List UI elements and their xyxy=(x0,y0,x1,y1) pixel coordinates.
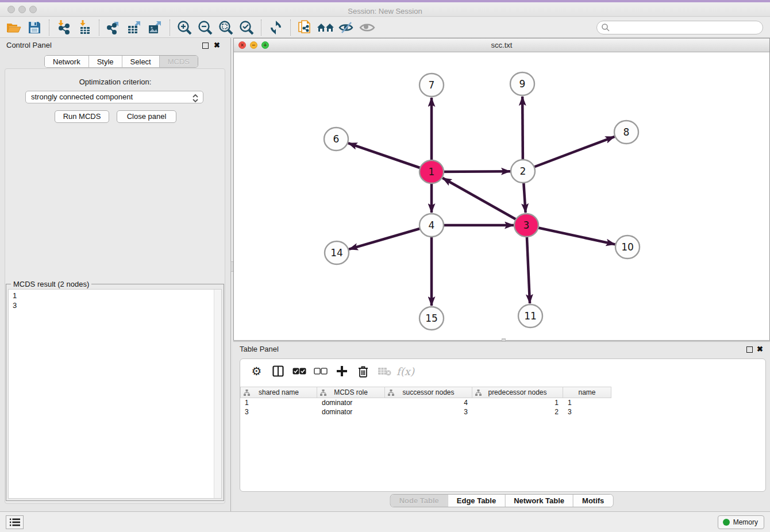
import-table-icon xyxy=(77,20,92,35)
zoom-in-button[interactable] xyxy=(174,18,195,37)
column-header[interactable]: MCDS role xyxy=(317,387,385,398)
control-panel-title: Control Panel xyxy=(6,41,52,49)
function-builder-button-disabled: f(x) xyxy=(395,363,416,380)
graph-node-1[interactable]: 1 xyxy=(419,160,444,183)
list-icon xyxy=(10,518,20,526)
column-header[interactable]: name xyxy=(563,387,611,398)
hide-selected-button[interactable] xyxy=(336,18,357,37)
select-all-button[interactable] xyxy=(288,363,310,380)
svg-text:4: 4 xyxy=(429,219,435,231)
mcds-result-title: MCDS result (2 nodes) xyxy=(11,280,91,288)
table-cell[interactable]: 3 xyxy=(563,407,611,417)
network-canvas[interactable]: 7968124314101511 xyxy=(234,53,769,340)
column-layout-button[interactable] xyxy=(267,363,288,380)
graph-node-6[interactable]: 6 xyxy=(324,128,348,151)
toolbar-separator xyxy=(99,20,99,36)
run-mcds-button[interactable]: Run MCDS xyxy=(55,110,109,123)
graph-node-3[interactable]: 3 xyxy=(514,214,538,237)
control-panel-header: Control Panel ✖ xyxy=(0,38,230,53)
show-hidden-button[interactable] xyxy=(357,18,378,37)
delete-column-button[interactable] xyxy=(352,363,374,380)
table-settings-button[interactable]: ⚙ xyxy=(246,363,267,380)
tab-select[interactable]: Select xyxy=(122,56,159,67)
close-panel-button[interactable]: Close panel xyxy=(117,110,176,123)
apply-layout-button[interactable] xyxy=(265,18,286,37)
network-window-titlebar[interactable]: × − + scc.txt xyxy=(234,38,769,52)
graph-node-2[interactable]: 2 xyxy=(511,160,535,183)
graph-node-11[interactable]: 11 xyxy=(518,304,542,327)
table-cell[interactable]: 1 xyxy=(563,398,611,407)
graph-edge-4-14[interactable] xyxy=(349,225,432,249)
eye-slash-icon xyxy=(338,21,355,34)
zoom-fit-button[interactable] xyxy=(215,18,236,37)
graph-node-9[interactable]: 9 xyxy=(510,72,534,95)
save-session-button[interactable] xyxy=(24,18,45,37)
export-image-button[interactable] xyxy=(145,18,165,37)
graph-node-14[interactable]: 14 xyxy=(325,241,349,264)
graph-node-15[interactable]: 15 xyxy=(419,307,444,330)
tab-edge-table[interactable]: Edge Table xyxy=(448,495,505,507)
zoom-selected-button[interactable] xyxy=(236,18,257,37)
table-row[interactable]: 1dominator411 xyxy=(240,398,765,407)
task-history-button[interactable] xyxy=(6,515,24,529)
table-cell[interactable]: 2 xyxy=(472,407,563,417)
graph-edge-3-10[interactable] xyxy=(526,225,615,244)
graph-node-10[interactable]: 10 xyxy=(615,236,640,259)
show-all-networks-button[interactable] xyxy=(315,18,336,37)
memory-button[interactable]: Memory xyxy=(718,515,764,529)
tab-motifs[interactable]: Motifs xyxy=(573,495,613,507)
table-panel-header: Table Panel ✖ xyxy=(233,342,770,357)
scrollbar-track[interactable] xyxy=(214,290,221,498)
clone-network-icon xyxy=(298,20,313,36)
export-network-button[interactable] xyxy=(103,18,124,37)
gear-icon: ⚙ xyxy=(252,364,262,378)
table-cell[interactable]: 3 xyxy=(240,407,317,417)
network-window: × − + scc.txt 7968124314101511 xyxy=(233,38,770,341)
open-session-button[interactable] xyxy=(3,18,24,37)
export-table-button[interactable] xyxy=(124,18,145,37)
table-cell[interactable]: 3 xyxy=(385,407,472,417)
svg-text:6: 6 xyxy=(333,133,340,145)
column-header[interactable]: successor nodes xyxy=(385,387,472,398)
table-cell[interactable]: 1 xyxy=(240,398,317,407)
table-cell[interactable]: 1 xyxy=(472,398,563,407)
table-cell[interactable]: 4 xyxy=(385,398,472,407)
zoom-fit-icon xyxy=(218,20,233,35)
tab-node-table[interactable]: Node Table xyxy=(391,495,448,507)
table-cell[interactable]: dominator xyxy=(317,398,385,407)
zoom-out-button[interactable] xyxy=(195,18,215,37)
toolbar-separator xyxy=(290,20,291,36)
import-network-icon xyxy=(56,20,71,35)
tab-mcds[interactable]: MCDS xyxy=(159,56,198,67)
clone-network-button[interactable] xyxy=(295,18,315,37)
add-column-button[interactable] xyxy=(331,363,352,380)
close-panel-icon[interactable]: ✖ xyxy=(214,41,220,49)
tab-network[interactable]: Network xyxy=(45,56,88,67)
close-panel-icon[interactable]: ✖ xyxy=(757,345,763,353)
export-network-icon xyxy=(106,20,122,35)
criterion-select[interactable]: strongly connected component xyxy=(25,91,203,103)
graph-edge-1-6[interactable] xyxy=(348,143,432,172)
network-graph[interactable]: 7968124314101511 xyxy=(234,53,769,341)
tab-network-table[interactable]: Network Table xyxy=(505,495,573,507)
graph-edge-2-8[interactable] xyxy=(523,137,614,171)
graph-node-4[interactable]: 4 xyxy=(419,214,444,237)
graph-node-7[interactable]: 7 xyxy=(419,74,444,97)
tab-style[interactable]: Style xyxy=(88,56,122,67)
network-window-title: scc.txt xyxy=(234,38,769,52)
column-header[interactable]: predecessor nodes xyxy=(472,387,563,398)
float-panel-icon[interactable] xyxy=(746,346,753,353)
import-table-button[interactable] xyxy=(74,18,95,37)
import-network-button[interactable] xyxy=(53,18,74,37)
graph-node-8[interactable]: 8 xyxy=(614,121,638,144)
search-input[interactable] xyxy=(596,21,763,34)
mcds-result-list[interactable]: 13 xyxy=(8,289,222,499)
table-cell[interactable]: dominator xyxy=(317,407,385,417)
float-panel-icon[interactable] xyxy=(202,43,209,49)
graph-edge-3-1[interactable] xyxy=(442,178,526,225)
table-row[interactable]: 3dominator323 xyxy=(240,407,765,417)
hierarchy-icon xyxy=(244,390,250,396)
deselect-all-button[interactable] xyxy=(310,363,331,380)
column-header[interactable]: shared name xyxy=(240,387,317,398)
node-table[interactable]: shared nameMCDS rolesuccessor nodesprede… xyxy=(240,387,765,417)
